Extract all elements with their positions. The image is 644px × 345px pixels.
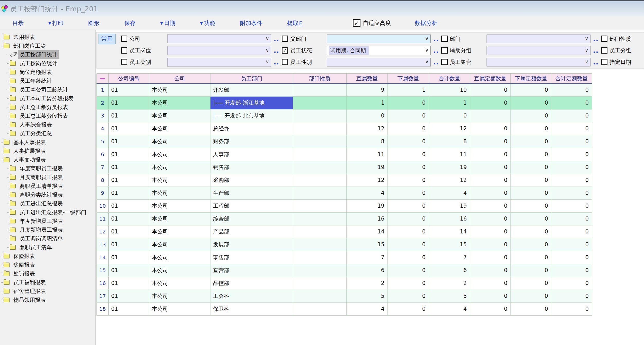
filter-checkbox[interactable]: ✓	[282, 47, 288, 54]
sidebar-item[interactable]: 员工按岗位统计	[0, 59, 95, 68]
column-header[interactable]: 直属数量	[347, 74, 388, 84]
row-number-cell[interactable]: 8	[97, 174, 109, 187]
sidebar-item[interactable]: 员工本公司工龄统计	[0, 85, 95, 94]
sidebar-item[interactable]: 员工进出汇总报表	[0, 199, 95, 208]
column-header[interactable]: 员工部门	[210, 74, 293, 84]
sidebar-item[interactable]: 年度离职员工报表	[0, 164, 95, 173]
sidebar-item[interactable]: 年度新增员工报表	[0, 217, 95, 225]
table-row[interactable]: 701本公司销售部19019000	[97, 161, 592, 174]
row-number-cell[interactable]: 6	[97, 148, 109, 161]
table-row[interactable]: 1101本公司综合部16016000	[97, 212, 592, 225]
table-row[interactable]: 501本公司财务部808000	[97, 135, 592, 148]
column-header[interactable]: 直属定额数量	[470, 74, 511, 84]
sidebar-item[interactable]: 员工总工龄分段报表	[0, 112, 95, 120]
ellipsis-button[interactable]: ..	[271, 48, 282, 53]
sidebar-item[interactable]: 处罚报表	[0, 269, 95, 278]
row-number-cell[interactable]: 15	[97, 264, 109, 277]
column-header[interactable]: 公司	[149, 74, 210, 84]
menu-item[interactable]: 图形	[88, 19, 100, 27]
column-header[interactable]: —	[97, 74, 109, 84]
row-number-cell[interactable]: 17	[97, 290, 109, 302]
filter-dropdown[interactable]: ∨	[167, 35, 271, 43]
row-number-cell[interactable]: 10	[97, 199, 109, 212]
sidebar-item[interactable]: 员工按部门统计	[0, 50, 95, 59]
filter-dropdown[interactable]: ∨	[487, 46, 590, 55]
filter-dropdown[interactable]: ∨	[327, 35, 431, 43]
sidebar-item[interactable]: 保险报表	[0, 252, 95, 260]
column-header[interactable]: 部门性质	[293, 74, 347, 84]
table-row[interactable]: 1401本公司零售部707000	[97, 251, 592, 264]
filter-checkbox[interactable]	[441, 36, 448, 42]
filter-checkbox[interactable]	[441, 59, 448, 65]
menu-item[interactable]: ▼打印	[48, 19, 64, 27]
ellipsis-button[interactable]: ..	[431, 37, 441, 41]
sidebar-item[interactable]: 兼职员工清单	[0, 243, 95, 252]
sidebar-item[interactable]: 员工进出汇总报表-一级部门	[0, 208, 95, 217]
sidebar-item[interactable]: 员工分类汇总	[0, 129, 95, 138]
row-number-cell[interactable]: 13	[97, 238, 109, 251]
sidebar-item[interactable]: 奖励报表	[0, 260, 95, 269]
sidebar-item[interactable]: 月度离职员工报表	[0, 173, 95, 182]
row-number-cell[interactable]: 12	[97, 225, 109, 238]
sidebar-item[interactable]: 宿舍管理报表	[0, 287, 95, 296]
sidebar-item[interactable]: 员工本司工龄分段报表	[0, 94, 95, 103]
table-row[interactable]: 901本公司生产部404000	[97, 187, 592, 199]
sidebar-item[interactable]: 人事变动报表	[0, 155, 95, 164]
sidebar-item[interactable]: 离职员工清单报表	[0, 182, 95, 190]
sidebar-item[interactable]: 物品领用报表	[0, 296, 95, 304]
ellipsis-button[interactable]: ..	[590, 48, 601, 53]
table-row[interactable]: 101本公司开发部9110000	[97, 83, 592, 96]
row-number-cell[interactable]: 14	[97, 251, 109, 264]
table-row[interactable]: 1301本公司发展部15015000	[97, 238, 592, 251]
row-number-cell[interactable]: 16	[97, 277, 109, 290]
table-row[interactable]: 1001本公司工程部19019000	[97, 199, 592, 212]
sidebar-item[interactable]: 常用报表	[0, 33, 95, 41]
filter-dropdown[interactable]: ∨	[487, 58, 590, 66]
menu-item[interactable]: 目录	[12, 19, 24, 27]
sidebar-item[interactable]: 人事扩展报表	[0, 147, 95, 155]
column-header[interactable]: 公司编号	[109, 74, 149, 84]
autofit-checkbox[interactable]: ✓	[353, 19, 360, 27]
menu-item[interactable]: 提取F	[287, 19, 302, 27]
row-number-cell[interactable]: 7	[97, 161, 109, 174]
ellipsis-button[interactable]: ..	[271, 60, 282, 64]
column-header[interactable]: 合计数量	[429, 74, 470, 84]
row-number-cell[interactable]: 11	[97, 212, 109, 225]
ellipsis-button[interactable]: ..	[431, 48, 441, 53]
quick-filter-button[interactable]: 常用	[99, 34, 116, 44]
ellipsis-button[interactable]: ..	[590, 60, 601, 64]
sidebar-item[interactable]: 员工福利报表	[0, 278, 95, 287]
row-number-cell[interactable]: 4	[97, 122, 109, 135]
row-number-cell[interactable]: 1	[97, 83, 109, 96]
table-row[interactable]: 601本公司人事部11011000	[97, 148, 592, 161]
filter-dropdown[interactable]: 试用期, 合同期∨	[327, 46, 431, 55]
row-number-cell[interactable]: 9	[97, 187, 109, 199]
row-number-cell[interactable]: 5	[97, 135, 109, 148]
table-row[interactable]: 401本公司总经办12012000	[97, 122, 592, 135]
filter-checkbox[interactable]	[601, 59, 607, 65]
filter-dropdown[interactable]: ∨	[167, 46, 271, 55]
row-number-cell[interactable]: 18	[97, 302, 109, 315]
sidebar-item[interactable]: 月度新增员工报表	[0, 225, 95, 234]
ellipsis-button[interactable]: ..	[271, 37, 282, 41]
filter-checkbox[interactable]	[121, 36, 127, 42]
ellipsis-button[interactable]: ..	[590, 37, 601, 41]
row-number-cell[interactable]: 2	[97, 96, 109, 109]
column-header[interactable]: 合计定额数量	[551, 74, 592, 84]
filter-checkbox[interactable]	[121, 59, 127, 65]
column-header[interactable]: 下属定额数量	[511, 74, 551, 84]
filter-checkbox[interactable]	[121, 47, 127, 54]
menu-item-data-analysis[interactable]: 数据分析	[415, 19, 437, 27]
filter-dropdown[interactable]: ∨	[487, 35, 590, 43]
menu-item[interactable]: 附加条件	[240, 19, 262, 27]
table-row[interactable]: 1601本公司品控部202000	[97, 277, 592, 290]
sidebar-item[interactable]: 员工总工龄分类报表	[0, 103, 95, 112]
table-row[interactable]: 1701本公司工会科505000	[97, 290, 592, 302]
filter-checkbox[interactable]	[601, 47, 607, 54]
sidebar-item[interactable]: 员工年龄统计	[0, 77, 95, 85]
table-row[interactable]: 1501本公司直营部606000	[97, 264, 592, 277]
column-header[interactable]: 下属数量	[388, 74, 429, 84]
filter-dropdown[interactable]: ∨	[167, 58, 271, 66]
sidebar-item[interactable]: 离职分类统计报表	[0, 190, 95, 199]
ellipsis-button[interactable]: ..	[431, 60, 441, 64]
